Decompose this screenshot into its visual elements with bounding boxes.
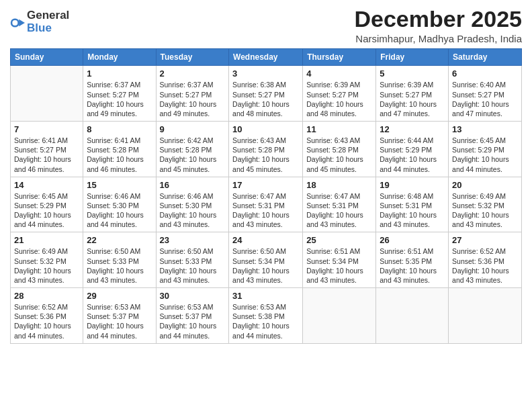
title-block: December 2025 Narsimhapur, Madhya Prades…: [354, 7, 522, 44]
calendar-cell: 17Sunrise: 6:47 AMSunset: 5:31 PMDayligh…: [229, 177, 303, 232]
day-number: 25: [306, 235, 372, 245]
calendar-cell: 16Sunrise: 6:46 AMSunset: 5:30 PMDayligh…: [156, 177, 229, 232]
calendar-cell: 8Sunrise: 6:41 AMSunset: 5:28 PMDaylight…: [83, 122, 156, 177]
calendar-cell: 31Sunrise: 6:53 AMSunset: 5:38 PMDayligh…: [229, 288, 303, 344]
day-number: 16: [160, 180, 226, 190]
column-header-sunday: Sunday: [11, 49, 83, 66]
day-info: Sunrise: 6:47 AMSunset: 5:31 PMDaylight:…: [232, 191, 299, 230]
header: General Blue December 2025 Narsimhapur, …: [10, 7, 522, 44]
day-info: Sunrise: 6:53 AMSunset: 5:37 PMDaylight:…: [87, 302, 152, 340]
column-header-wednesday: Wednesday: [229, 49, 303, 66]
calendar-cell: 7Sunrise: 6:41 AMSunset: 5:27 PMDaylight…: [11, 122, 83, 177]
calendar-cell: 26Sunrise: 6:51 AMSunset: 5:35 PMDayligh…: [376, 232, 449, 288]
day-number: 22: [87, 235, 152, 245]
day-number: 9: [160, 124, 226, 134]
calendar-cell: 30Sunrise: 6:53 AMSunset: 5:37 PMDayligh…: [156, 288, 229, 344]
day-info: Sunrise: 6:45 AMSunset: 5:29 PMDaylight:…: [452, 136, 518, 174]
column-header-monday: Monday: [83, 49, 156, 66]
day-number: 20: [452, 180, 518, 190]
day-number: 15: [87, 180, 152, 190]
day-info: Sunrise: 6:44 AMSunset: 5:29 PMDaylight:…: [380, 136, 445, 174]
calendar-cell: 15Sunrise: 6:46 AMSunset: 5:30 PMDayligh…: [83, 177, 156, 232]
calendar-cell: 4Sunrise: 6:39 AMSunset: 5:27 PMDaylight…: [303, 66, 376, 122]
column-header-thursday: Thursday: [303, 49, 376, 66]
day-info: Sunrise: 6:53 AMSunset: 5:38 PMDaylight:…: [232, 302, 299, 340]
day-number: 10: [232, 124, 299, 134]
calendar-cell: [449, 288, 522, 344]
calendar-cell: 14Sunrise: 6:45 AMSunset: 5:29 PMDayligh…: [11, 177, 83, 232]
day-number: 23: [160, 235, 226, 245]
calendar-cell: [11, 66, 83, 122]
calendar-cell: 10Sunrise: 6:43 AMSunset: 5:28 PMDayligh…: [229, 122, 303, 177]
day-info: Sunrise: 6:49 AMSunset: 5:32 PMDaylight:…: [14, 246, 79, 285]
logo-text: General Blue: [27, 9, 69, 34]
day-number: 30: [160, 291, 226, 301]
day-number: 11: [306, 124, 372, 134]
calendar-cell: 2Sunrise: 6:37 AMSunset: 5:27 PMDaylight…: [156, 66, 229, 122]
day-number: 7: [14, 124, 79, 134]
day-info: Sunrise: 6:46 AMSunset: 5:30 PMDaylight:…: [87, 191, 152, 230]
day-info: Sunrise: 6:39 AMSunset: 5:27 PMDaylight:…: [306, 80, 372, 118]
column-header-saturday: Saturday: [449, 49, 522, 66]
calendar-cell: 11Sunrise: 6:43 AMSunset: 5:28 PMDayligh…: [303, 122, 376, 177]
calendar-cell: 12Sunrise: 6:44 AMSunset: 5:29 PMDayligh…: [376, 122, 449, 177]
calendar-cell: 19Sunrise: 6:48 AMSunset: 5:31 PMDayligh…: [376, 177, 449, 232]
day-info: Sunrise: 6:49 AMSunset: 5:32 PMDaylight:…: [452, 191, 518, 230]
calendar-cell: 13Sunrise: 6:45 AMSunset: 5:29 PMDayligh…: [449, 122, 522, 177]
day-number: 6: [452, 68, 518, 79]
day-info: Sunrise: 6:53 AMSunset: 5:37 PMDaylight:…: [160, 302, 226, 340]
calendar-cell: 27Sunrise: 6:52 AMSunset: 5:36 PMDayligh…: [449, 232, 522, 288]
day-number: 28: [14, 291, 79, 301]
day-info: Sunrise: 6:43 AMSunset: 5:28 PMDaylight:…: [232, 136, 299, 174]
calendar-cell: 21Sunrise: 6:49 AMSunset: 5:32 PMDayligh…: [11, 232, 83, 288]
day-info: Sunrise: 6:46 AMSunset: 5:30 PMDaylight:…: [160, 191, 226, 230]
day-info: Sunrise: 6:38 AMSunset: 5:27 PMDaylight:…: [232, 80, 299, 118]
calendar-cell: [303, 288, 376, 344]
calendar-cell: 18Sunrise: 6:47 AMSunset: 5:31 PMDayligh…: [303, 177, 376, 232]
day-number: 5: [380, 68, 445, 79]
calendar-cell: 23Sunrise: 6:50 AMSunset: 5:33 PMDayligh…: [156, 232, 229, 288]
day-number: 8: [87, 124, 152, 134]
main-title: December 2025: [354, 7, 522, 32]
day-number: 14: [14, 180, 79, 190]
page: General Blue December 2025 Narsimhapur, …: [0, 0, 532, 411]
calendar-week-row: 28Sunrise: 6:52 AMSunset: 5:36 PMDayligh…: [11, 288, 522, 344]
calendar-cell: 22Sunrise: 6:50 AMSunset: 5:33 PMDayligh…: [83, 232, 156, 288]
day-number: 31: [232, 291, 299, 301]
column-header-friday: Friday: [376, 49, 449, 66]
calendar-cell: 1Sunrise: 6:37 AMSunset: 5:27 PMDaylight…: [83, 66, 156, 122]
calendar-cell: 28Sunrise: 6:52 AMSunset: 5:36 PMDayligh…: [11, 288, 83, 344]
calendar-cell: 25Sunrise: 6:51 AMSunset: 5:34 PMDayligh…: [303, 232, 376, 288]
calendar-cell: 9Sunrise: 6:42 AMSunset: 5:28 PMDaylight…: [156, 122, 229, 177]
calendar-week-row: 14Sunrise: 6:45 AMSunset: 5:29 PMDayligh…: [11, 177, 522, 232]
calendar-cell: [376, 288, 449, 344]
day-info: Sunrise: 6:40 AMSunset: 5:27 PMDaylight:…: [452, 80, 518, 118]
calendar: SundayMondayTuesdayWednesdayThursdayFrid…: [10, 48, 522, 343]
calendar-cell: 3Sunrise: 6:38 AMSunset: 5:27 PMDaylight…: [229, 66, 303, 122]
day-info: Sunrise: 6:47 AMSunset: 5:31 PMDaylight:…: [306, 191, 372, 230]
day-info: Sunrise: 6:50 AMSunset: 5:33 PMDaylight:…: [87, 246, 152, 285]
day-number: 19: [380, 180, 445, 190]
day-number: 1: [87, 68, 152, 79]
calendar-week-row: 1Sunrise: 6:37 AMSunset: 5:27 PMDaylight…: [11, 66, 522, 122]
day-info: Sunrise: 6:51 AMSunset: 5:34 PMDaylight:…: [306, 246, 372, 285]
svg-marker-2: [19, 19, 25, 26]
logo-blue: Blue: [27, 22, 69, 35]
day-info: Sunrise: 6:42 AMSunset: 5:28 PMDaylight:…: [160, 136, 226, 174]
day-number: 13: [452, 124, 518, 134]
day-number: 12: [380, 124, 445, 134]
subtitle: Narsimhapur, Madhya Pradesh, India: [354, 33, 522, 44]
logo-icon: [10, 15, 25, 30]
calendar-week-row: 7Sunrise: 6:41 AMSunset: 5:27 PMDaylight…: [11, 122, 522, 177]
calendar-cell: 6Sunrise: 6:40 AMSunset: 5:27 PMDaylight…: [449, 66, 522, 122]
logo-general: General: [27, 9, 69, 22]
day-info: Sunrise: 6:39 AMSunset: 5:27 PMDaylight:…: [380, 80, 445, 118]
calendar-week-row: 21Sunrise: 6:49 AMSunset: 5:32 PMDayligh…: [11, 232, 522, 288]
calendar-cell: 24Sunrise: 6:50 AMSunset: 5:34 PMDayligh…: [229, 232, 303, 288]
logo: General Blue: [10, 9, 69, 34]
column-header-tuesday: Tuesday: [156, 49, 229, 66]
day-number: 2: [160, 68, 226, 79]
day-info: Sunrise: 6:52 AMSunset: 5:36 PMDaylight:…: [452, 246, 518, 285]
day-number: 27: [452, 235, 518, 245]
day-info: Sunrise: 6:52 AMSunset: 5:36 PMDaylight:…: [14, 302, 79, 340]
